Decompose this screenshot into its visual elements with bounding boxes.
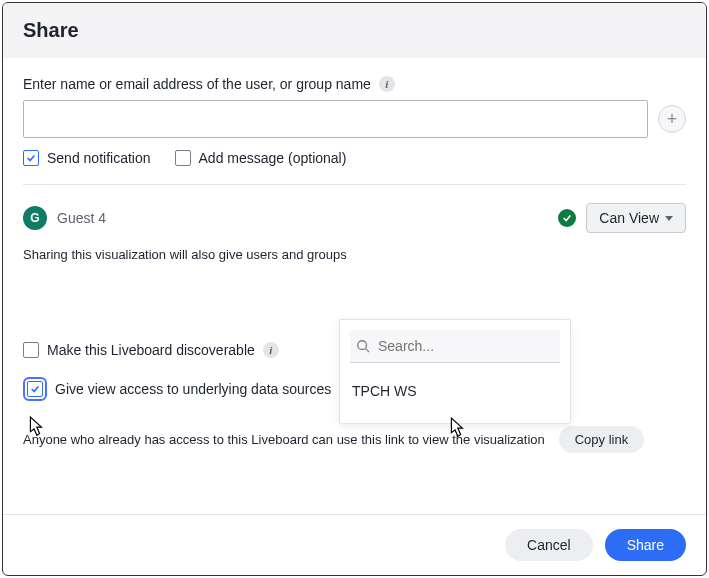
chevron-down-icon: [665, 216, 673, 221]
permission-label: Can View: [599, 210, 659, 226]
view-access-checkbox-highlight[interactable]: [23, 377, 47, 401]
svg-point-0: [358, 341, 367, 350]
cancel-button[interactable]: Cancel: [505, 529, 593, 561]
recipient-label-row: Enter name or email address of the user,…: [23, 76, 686, 92]
add-message-label: Add message (optional): [199, 150, 347, 166]
svg-line-1: [366, 349, 370, 353]
divider: [23, 184, 686, 185]
modal-title: Share: [23, 19, 686, 42]
checkbox-icon: [23, 150, 39, 166]
modal-footer: Cancel Share: [3, 514, 706, 575]
info-icon[interactable]: i: [263, 342, 279, 358]
send-notification-label: Send notification: [47, 150, 151, 166]
recipient-label: Enter name or email address of the user,…: [23, 76, 371, 92]
permission-dropdown[interactable]: Can View: [586, 203, 686, 233]
search-icon: [356, 339, 370, 353]
add-message-check[interactable]: Add message (optional): [175, 150, 347, 166]
copy-link-button[interactable]: Copy link: [559, 426, 644, 453]
shared-user-row: G Guest 4 Can View: [23, 203, 686, 233]
option-checks-row: Send notification Add message (optional): [23, 150, 686, 166]
modal-body: Enter name or email address of the user,…: [3, 58, 706, 514]
data-sources-dropdown: TPCH WS: [339, 319, 571, 424]
checkbox-icon: [27, 381, 43, 397]
link-note-text: Anyone who already has access to this Li…: [23, 432, 545, 447]
status-check-icon: [558, 209, 576, 227]
discoverable-label: Make this Liveboard discoverable: [47, 342, 255, 358]
user-name: Guest 4: [57, 210, 548, 226]
link-note-row: Anyone who already has access to this Li…: [23, 426, 686, 453]
share-modal: Share Enter name or email address of the…: [2, 2, 707, 576]
dropdown-item[interactable]: TPCH WS: [350, 377, 560, 413]
checkbox-icon: [175, 150, 191, 166]
dropdown-search-input[interactable]: [378, 338, 554, 354]
dropdown-search[interactable]: [350, 330, 560, 363]
recipient-input[interactable]: [23, 100, 648, 138]
modal-header: Share: [3, 3, 706, 58]
avatar: G: [23, 206, 47, 230]
add-recipient-button[interactable]: +: [658, 105, 686, 133]
view-access-label: Give view access to underlying data sour…: [55, 381, 331, 397]
send-notification-check[interactable]: Send notification: [23, 150, 151, 166]
sharing-note: Sharing this visualization will also giv…: [23, 247, 686, 262]
recipient-input-row: +: [23, 100, 686, 138]
checkbox-icon: [23, 342, 39, 358]
share-button[interactable]: Share: [605, 529, 686, 561]
info-icon[interactable]: i: [379, 76, 395, 92]
